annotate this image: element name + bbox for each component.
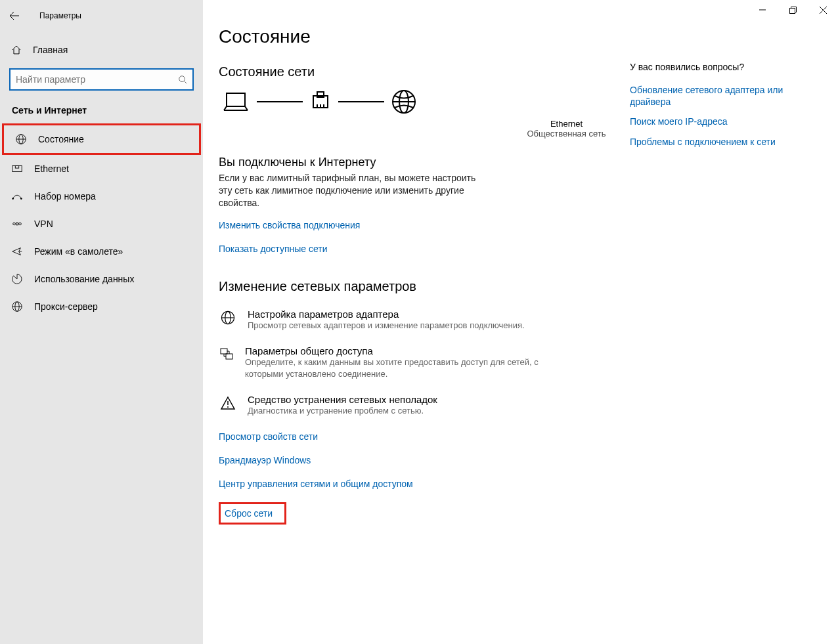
dialup-icon: [11, 190, 24, 202]
content: Состояние Состояние сети Ethernet Общест…: [203, 0, 838, 525]
link-show-available-networks[interactable]: Показать доступные сети: [219, 244, 328, 254]
sidebar-home[interactable]: Главная: [0, 38, 203, 62]
sidebar-section-header: Сеть и Интернет: [0, 98, 203, 123]
setting-title: Настройка параметров адаптера: [248, 309, 525, 320]
link-view-network-props[interactable]: Просмотр свойств сети: [219, 431, 838, 442]
setting-desc: Диагностика и устранение проблем с сетью…: [248, 405, 437, 417]
sidebar-home-label: Главная: [33, 45, 68, 55]
sharing-icon: [219, 345, 234, 379]
sidebar-item-label: Использование данных: [34, 274, 134, 284]
sidebar-item-vpn[interactable]: VPN: [0, 210, 203, 238]
connected-desc: Если у вас лимитный тарифный план, вы мо…: [219, 172, 481, 209]
page-title: Состояние: [219, 26, 838, 47]
svg-rect-22: [227, 93, 245, 106]
sidebar-item-airplane[interactable]: Режим «в самолете»: [0, 238, 203, 265]
bottom-links: Просмотр свойств сети Брандмауэр Windows…: [219, 431, 838, 525]
svg-point-0: [179, 76, 185, 82]
help-title: У вас появились вопросы?: [630, 62, 794, 72]
svg-point-37: [227, 406, 229, 408]
back-button[interactable]: [5, 7, 24, 25]
arrow-left-icon: [9, 11, 20, 21]
home-icon: [11, 45, 22, 55]
sidebar-item-status[interactable]: Состояние: [2, 123, 201, 155]
sidebar-item-label: Прокси-сервер: [34, 301, 98, 312]
link-network-reset[interactable]: Сброс сети: [225, 508, 273, 519]
highlight-network-reset: Сброс сети: [219, 502, 286, 525]
ethernet-icon: [11, 163, 24, 175]
search-input[interactable]: [16, 74, 178, 85]
globe-icon: [14, 133, 28, 145]
diagram-line: [338, 101, 384, 102]
setting-title: Параметры общего доступа: [245, 345, 547, 356]
proxy-icon: [11, 301, 24, 312]
titlebar-left: Параметры: [0, 5, 203, 26]
svg-rect-12: [16, 223, 18, 225]
setting-adapter-options[interactable]: Настройка параметров адаптера Просмотр с…: [219, 309, 547, 332]
sidebar-item-dialup[interactable]: Набор номера: [0, 182, 203, 210]
data-usage-icon: [11, 273, 24, 285]
help-link-update-adapter[interactable]: Обновление сетевого адаптера или драйвер…: [630, 84, 794, 108]
setting-sharing-options[interactable]: Параметры общего доступа Определите, к к…: [219, 345, 547, 379]
app-title: Параметры: [39, 11, 81, 20]
link-change-connection-props[interactable]: Изменить свойства подключения: [219, 220, 360, 230]
adapter-icon: [219, 309, 237, 332]
sidebar-item-label: Набор номера: [34, 191, 96, 202]
help-link-connection-problems[interactable]: Проблемы с подключением к сети: [630, 136, 794, 148]
sidebar-item-label: Ethernet: [34, 163, 69, 174]
connected-title: Вы подключены к Интернету: [219, 156, 838, 169]
laptop-icon: [221, 91, 250, 113]
svg-line-14: [14, 276, 17, 279]
svg-line-1: [185, 81, 187, 84]
svg-point-10: [19, 223, 22, 225]
svg-point-9: [13, 223, 16, 225]
svg-rect-34: [221, 349, 227, 354]
setting-title: Средство устранения сетевых неполадок: [248, 394, 437, 405]
change-settings-heading: Изменение сетевых параметров: [219, 279, 838, 294]
sidebar-item-label: Режим «в самолете»: [34, 246, 123, 257]
search-icon: [178, 75, 187, 84]
svg-point-8: [20, 198, 22, 200]
setting-desc: Просмотр сетевых адаптеров и изменение п…: [248, 320, 525, 332]
main-area: Состояние Состояние сети Ethernet Общест…: [203, 0, 838, 644]
diagram-line: [257, 101, 303, 102]
globe-large-icon: [391, 89, 417, 115]
sidebar-item-proxy[interactable]: Прокси-сервер: [0, 293, 203, 320]
airplane-icon: [11, 246, 24, 257]
svg-point-7: [12, 198, 14, 200]
svg-rect-6: [15, 166, 18, 169]
link-network-sharing-center[interactable]: Центр управления сетями и общим доступом: [219, 479, 838, 489]
ethernet-adapter-icon: [309, 91, 332, 113]
svg-rect-5: [12, 166, 22, 172]
sidebar-item-label: Состояние: [38, 134, 84, 144]
help-link-find-ip[interactable]: Поиск моего IP-адреса: [630, 116, 794, 127]
setting-desc: Определите, к каким данным вы хотите пре…: [245, 356, 547, 379]
link-windows-firewall[interactable]: Брандмауэр Windows: [219, 455, 838, 465]
sidebar-item-label: VPN: [34, 219, 53, 229]
setting-troubleshooter[interactable]: Средство устранения сетевых неполадок Ди…: [219, 394, 547, 417]
svg-rect-35: [226, 354, 232, 359]
sidebar-item-datausage[interactable]: Использование данных: [0, 265, 203, 293]
vpn-icon: [11, 218, 24, 230]
sidebar: Параметры Главная Сеть и Интернет Состоя…: [0, 0, 203, 644]
sidebar-item-ethernet[interactable]: Ethernet: [0, 155, 203, 182]
warning-icon: [219, 394, 237, 417]
search-box[interactable]: [9, 68, 194, 91]
help-pane: У вас появились вопросы? Обновление сете…: [630, 62, 794, 156]
